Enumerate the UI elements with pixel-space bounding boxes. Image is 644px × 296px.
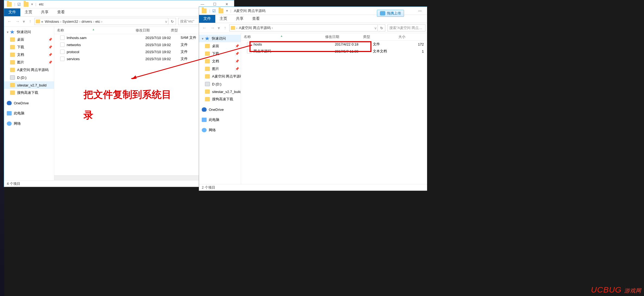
breadcrumb-segment[interactable]: A麦空间 两点半源码 xyxy=(238,26,271,30)
sidebar-quick-access[interactable]: ▾ 快速访问 xyxy=(4,28,54,36)
disk-icon xyxy=(10,75,15,80)
breadcrumb-segment[interactable]: drivers xyxy=(81,20,92,24)
qat-folder-icon[interactable] xyxy=(24,2,28,7)
sidebar-item[interactable]: D (D:) xyxy=(4,74,54,81)
sidebar-onedrive[interactable]: OneDrive xyxy=(4,99,54,107)
breadcrumb-prefix[interactable]: « xyxy=(41,20,44,24)
tab-file[interactable]: 文件 xyxy=(4,8,20,16)
file-date: 2015/7/10 19:02 xyxy=(145,50,181,54)
network-icon xyxy=(7,121,12,126)
breadcrumb-dropdown-icon[interactable]: v xyxy=(375,26,377,30)
col-type[interactable]: 类型 xyxy=(168,28,195,33)
nav-back-icon[interactable]: ← xyxy=(6,18,13,25)
pin-icon: 📌 xyxy=(48,60,52,64)
breadcrumb-sep-icon[interactable]: › xyxy=(101,20,103,24)
tab-view[interactable]: 查看 xyxy=(53,8,69,16)
nav-back-icon[interactable]: ← xyxy=(201,24,208,32)
file-date: 2015/7/10 19:02 xyxy=(145,57,181,61)
sidebar-item[interactable]: 下载📌 xyxy=(4,43,54,51)
pin-icon: 📌 xyxy=(235,67,239,71)
breadcrumb[interactable]: « Windows›System32›drivers›etc› v xyxy=(34,18,168,25)
col-size[interactable]: 大小 xyxy=(396,34,415,39)
cloud-icon xyxy=(7,101,12,105)
sidebar-item[interactable]: A麦空间 两点半源码 xyxy=(4,66,54,74)
title-separator: | xyxy=(230,9,231,13)
sidebar-item[interactable]: 文档📌 xyxy=(4,51,54,59)
tab-home[interactable]: 主页 xyxy=(20,8,37,16)
breadcrumb[interactable]: › A麦空间 两点半源码› v xyxy=(229,24,378,31)
qat-check-icon[interactable]: ☑ xyxy=(17,2,21,7)
sidebar-item-label: 搜狗高速下载 xyxy=(17,90,38,95)
folder-icon xyxy=(205,97,210,101)
nav-up-icon[interactable]: ↑ xyxy=(221,24,229,32)
breadcrumb-segment[interactable]: etc xyxy=(95,20,101,24)
qat-separator: | xyxy=(209,9,210,13)
breadcrumb-sep-icon[interactable]: › xyxy=(236,26,238,30)
sidebar-item-label: D (D:) xyxy=(212,82,222,86)
tab-share[interactable]: 共享 xyxy=(37,8,53,16)
folder-icon xyxy=(205,74,210,79)
qat-dropdown-icon[interactable]: ▾ xyxy=(31,2,33,6)
file-row[interactable]: hosts2017/4/22 0:18文件172 xyxy=(241,41,427,48)
breadcrumb-root-icon xyxy=(36,20,40,23)
nav-history-icon[interactable]: ▾ xyxy=(22,18,26,25)
drag-upload-button[interactable]: 拖拽上传 xyxy=(377,10,404,17)
nav-forward-icon[interactable]: → xyxy=(209,24,216,32)
breadcrumb-sep-icon[interactable]: › xyxy=(93,20,95,24)
pin-icon: 📌 xyxy=(48,38,52,41)
nav-forward-icon[interactable]: → xyxy=(14,18,21,25)
refresh-icon[interactable]: ↻ xyxy=(378,24,385,31)
file-row[interactable]: 两点半源码2017/5/7 11:38文本文档1 xyxy=(241,48,427,55)
sidebar-item[interactable]: 图片📌 xyxy=(199,65,241,73)
file-size: 172 xyxy=(408,42,427,46)
sidebar-item[interactable]: sitestar_v2.7_build xyxy=(199,88,241,95)
col-date[interactable]: 修改日期 xyxy=(133,28,168,33)
col-date[interactable]: 修改日期 xyxy=(322,34,360,39)
folder-icon xyxy=(205,89,210,94)
sidebar-item[interactable]: 下载📌 xyxy=(199,50,241,57)
sidebar-item-label: sitestar_v2.7_build xyxy=(212,90,241,94)
sidebar-this-pc[interactable]: 此电脑 xyxy=(4,110,54,117)
refresh-icon[interactable]: ↻ xyxy=(169,18,176,25)
file-icon xyxy=(247,49,251,53)
sidebar-onedrive[interactable]: OneDrive xyxy=(199,106,241,113)
qat-check-icon[interactable]: ☑ xyxy=(212,9,216,13)
breadcrumb-sep-icon[interactable]: › xyxy=(271,26,273,30)
nav-history-icon[interactable]: ▾ xyxy=(217,24,221,32)
tab-home[interactable]: 主页 xyxy=(215,15,232,23)
col-name[interactable]: ▲ 名称 xyxy=(54,28,133,33)
search-input[interactable]: 搜索"A麦空间 两点… xyxy=(387,24,425,31)
tab-view[interactable]: 查看 xyxy=(248,15,264,23)
nav-up-icon[interactable]: ↑ xyxy=(26,18,34,25)
sidebar-network[interactable]: 网络 xyxy=(199,126,241,134)
breadcrumb-segment[interactable]: System32 xyxy=(62,20,79,24)
window-title: A麦空间 两点半源码 xyxy=(234,8,265,13)
file-type: 文件 xyxy=(373,42,408,47)
sidebar-item[interactable]: A麦空间 两点半源码 xyxy=(199,73,241,80)
sidebar-item[interactable]: 图片📌 xyxy=(4,59,54,66)
tab-file[interactable]: 文件 xyxy=(199,15,215,23)
sidebar-item[interactable]: 桌面📌 xyxy=(199,42,241,50)
star-icon xyxy=(10,30,15,34)
minimize-button[interactable]: — xyxy=(414,7,426,15)
sidebar-item[interactable]: 桌面📌 xyxy=(4,36,54,43)
breadcrumb-dropdown-icon[interactable]: v xyxy=(165,20,167,24)
col-type[interactable]: 类型 xyxy=(360,34,396,39)
file-list[interactable]: hosts2017/4/22 0:18文件172两点半源码2017/5/7 11… xyxy=(241,41,427,184)
qat-dropdown-icon[interactable]: ▾ xyxy=(226,9,228,13)
sidebar-item[interactable]: sitestar_v2.7_build xyxy=(4,81,54,89)
sidebar-quick-access[interactable]: ▾ 快速访问 xyxy=(199,35,241,42)
sidebar-network[interactable]: 网络 xyxy=(4,120,54,127)
sidebar-item[interactable]: 搜狗高速下载 xyxy=(199,95,241,103)
breadcrumb-segment[interactable]: Windows xyxy=(44,20,60,24)
col-name[interactable]: ▲ 名称 xyxy=(241,34,322,39)
sidebar-item[interactable]: 文档📌 xyxy=(199,57,241,65)
file-date: 2017/5/7 11:38 xyxy=(335,49,373,53)
qat-folder-icon[interactable] xyxy=(219,8,223,13)
tab-share[interactable]: 共享 xyxy=(232,15,248,23)
sidebar-item[interactable]: 搜狗高速下载 xyxy=(4,89,54,96)
sidebar-item-label: A麦空间 两点半源码 xyxy=(212,74,241,79)
sidebar-this-pc[interactable]: 此电脑 xyxy=(199,116,241,124)
sidebar-item[interactable]: D (D:) xyxy=(199,80,241,88)
folder-icon xyxy=(10,37,15,42)
